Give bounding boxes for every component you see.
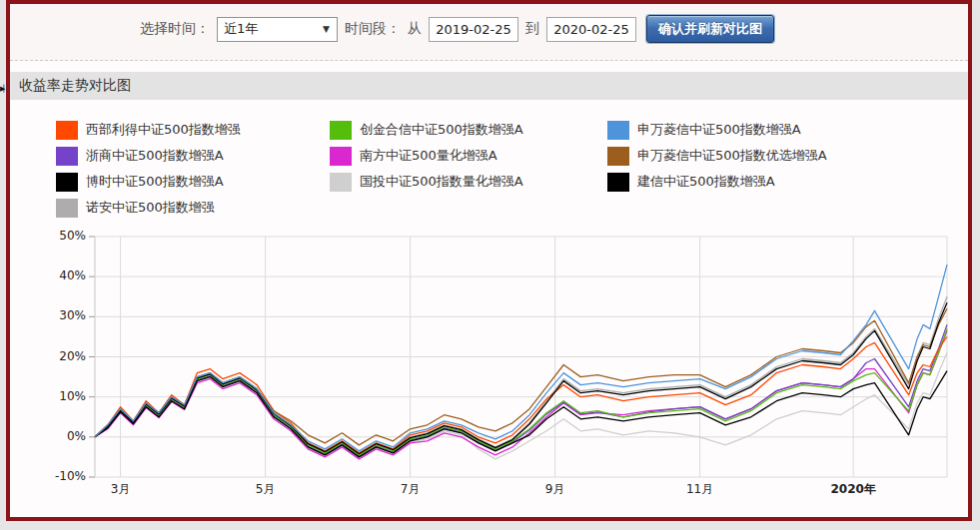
legend-item: 南方中证500量化增强A bbox=[330, 147, 607, 166]
legend-item: 国投中证500指数量化增强A bbox=[330, 173, 607, 192]
legend-item: 博时中证500指数增强A bbox=[56, 173, 330, 192]
y-tick-label: 40% bbox=[10, 268, 86, 282]
legend-swatch bbox=[607, 147, 629, 166]
legend-item: 诺安中证500指数增强 bbox=[56, 199, 330, 218]
y-tick-label: 20% bbox=[10, 349, 86, 363]
legend-swatch bbox=[56, 121, 78, 140]
chevron-down-icon: ▼ bbox=[323, 24, 330, 34]
y-tick-label: 0% bbox=[10, 429, 86, 443]
series-line-2 bbox=[95, 265, 947, 451]
legend-item: 西部利得中证500指数增强 bbox=[56, 121, 330, 140]
from-label: 从 bbox=[408, 20, 422, 38]
legend-label: 国投中证500指数量化增强A bbox=[360, 173, 523, 191]
legend-item: 建信中证500指数增强A bbox=[607, 173, 935, 192]
collapse-panel-icon[interactable]: ▶▏ bbox=[0, 83, 6, 95]
legend-item: 申万菱信中证500指数增强A bbox=[607, 121, 935, 140]
legend-label: 创金合信中证500指数增强A bbox=[360, 121, 523, 139]
series-line-5 bbox=[95, 308, 947, 445]
legend-swatch bbox=[56, 173, 78, 192]
legend-label: 浙商中证500指数增强A bbox=[86, 147, 224, 165]
to-label: 到 bbox=[525, 20, 539, 38]
y-tick-label: 30% bbox=[10, 308, 86, 322]
y-tick-label: 50% bbox=[10, 229, 86, 243]
legend-swatch bbox=[56, 199, 78, 218]
legend-swatch bbox=[330, 121, 352, 140]
series-line-7 bbox=[95, 353, 947, 459]
legend-label: 博时中证500指数增强A bbox=[86, 173, 224, 191]
returns-line-chart bbox=[87, 235, 954, 486]
legend-label: 申万菱信中证500指数增强A bbox=[637, 121, 801, 139]
legend-label: 南方中证500量化增强A bbox=[360, 147, 497, 165]
legend-label: 建信中证500指数增强A bbox=[637, 173, 775, 191]
time-toolbar: 选择时间： 近1年 ▼ 时间段： 从 到 确认并刷新对比图 bbox=[10, 4, 968, 61]
section-header: 收益率走势对比图 bbox=[10, 72, 968, 100]
time-select-label: 选择时间： bbox=[140, 20, 210, 38]
page-title: 收益率走势对比图 bbox=[10, 77, 131, 95]
legend-swatch bbox=[330, 147, 352, 166]
legend-item: 创金合信中证500指数增强A bbox=[330, 121, 607, 140]
legend-swatch bbox=[607, 121, 629, 140]
legend-swatch bbox=[330, 173, 352, 192]
legend-label: 诺安中证500指数增强 bbox=[86, 199, 215, 217]
end-date-input[interactable] bbox=[546, 17, 636, 42]
time-range-select-value: 近1年 bbox=[218, 20, 258, 38]
legend-label: 西部利得中证500指数增强 bbox=[86, 121, 241, 139]
start-date-input[interactable] bbox=[429, 17, 518, 42]
returns-chart-area: 50%40%30%20%10%0%-10% 3月5月7月9月11月2020年 bbox=[10, 230, 968, 509]
legend-swatch bbox=[607, 173, 629, 192]
legend-swatch bbox=[56, 147, 78, 166]
y-tick-label: 10% bbox=[10, 389, 86, 403]
series-line-9 bbox=[95, 296, 947, 453]
time-range-select[interactable]: 近1年 ▼ bbox=[217, 17, 338, 42]
chart-legend: 西部利得中证500指数增强创金合信中证500指数增强A申万菱信中证500指数增强… bbox=[56, 117, 935, 221]
fund-compare-panel: 选择时间： 近1年 ▼ 时间段： 从 到 确认并刷新对比图 收益率走势对比图 西… bbox=[6, 0, 972, 521]
legend-label: 申万菱信中证500指数优选增强A bbox=[637, 147, 827, 165]
period-label: 时间段： bbox=[345, 20, 401, 38]
legend-item: 浙商中证500指数增强A bbox=[56, 147, 330, 166]
legend-item: 申万菱信中证500指数优选增强A bbox=[607, 147, 935, 166]
confirm-refresh-button[interactable]: 确认并刷新对比图 bbox=[646, 15, 774, 43]
